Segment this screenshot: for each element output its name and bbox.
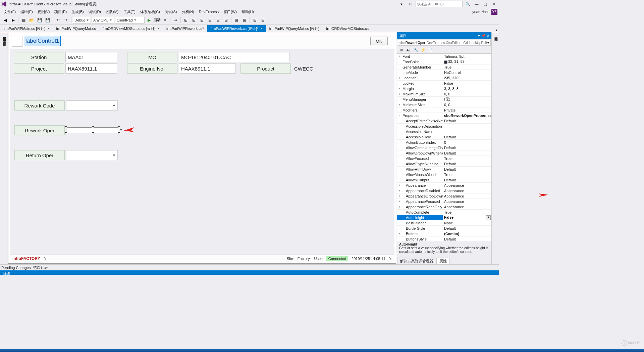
property-row[interactable]: AccessibleRoleDefault: [397, 134, 491, 140]
menu-analyze[interactable]: 分析(N): [179, 9, 197, 15]
property-value[interactable]: Appearance: [443, 205, 491, 209]
property-row[interactable]: BorderStyleDefault: [397, 226, 491, 231]
property-value[interactable]: True: [443, 65, 491, 69]
left-side-rail[interactable]: 服务器资源管理器 工具箱 数据源: [0, 32, 7, 264]
property-row[interactable]: +Buttons(Combo): [397, 231, 491, 236]
property-value[interactable]: 0: [443, 140, 491, 144]
close-icon[interactable]: ✕: [487, 34, 489, 38]
property-value[interactable]: Default: [443, 178, 491, 182]
menu-view[interactable]: 视图(V): [35, 9, 52, 15]
tab-item-active[interactable]: frmPadWIPRework.cs [设计]*×: [207, 25, 266, 32]
property-value[interactable]: Default: [443, 146, 491, 150]
align-center-icon[interactable]: ⊞: [190, 16, 198, 24]
property-value[interactable]: Default: [443, 151, 491, 155]
startup-combo[interactable]: ClientPad: [115, 17, 145, 24]
menu-window[interactable]: 窗口(W): [221, 9, 239, 15]
hspace-icon[interactable]: ⊞: [233, 16, 240, 24]
object-selector[interactable]: cboReworkOper DevExpress.XtraEditors.Gri…: [398, 40, 491, 46]
menu-file[interactable]: 文件(F): [1, 9, 18, 15]
property-row[interactable]: ForeColor32, 31, 53: [397, 59, 491, 64]
mo-field[interactable]: MO-1812040101.CAC: [179, 52, 289, 62]
property-value[interactable]: (Combo): [443, 232, 491, 236]
size-h-icon[interactable]: ⊞: [259, 16, 267, 24]
expand-icon[interactable]: +: [397, 92, 402, 96]
property-row[interactable]: GenerateMemberTrue: [397, 64, 491, 70]
property-value[interactable]: 235, 220: [443, 76, 491, 80]
property-row[interactable]: +FontTahoma, 9pt: [397, 54, 491, 59]
alpha-icon[interactable]: A↓: [405, 47, 412, 53]
property-value[interactable]: False▾: [443, 215, 491, 220]
property-row[interactable]: +Location235, 220: [397, 75, 491, 81]
property-value[interactable]: Appearance: [443, 189, 491, 193]
menu-edit[interactable]: 编辑(E): [18, 9, 35, 15]
property-row[interactable]: AllowGlyphSkinningDefault: [397, 161, 491, 167]
property-row[interactable]: ButtonsStyleDefault: [397, 236, 491, 241]
tab-item[interactable]: frmORDViewMOStatus.cs: [323, 25, 372, 32]
rework-code-combo[interactable]: [66, 100, 118, 111]
property-value[interactable]: True: [443, 210, 491, 214]
smart-tag-icon[interactable]: ▸: [120, 128, 122, 131]
user-name[interactable]: yuan zhou: [472, 10, 489, 14]
maximize-button[interactable]: ▢: [482, 1, 489, 7]
pages-icon[interactable]: 📄: [427, 47, 434, 53]
right-side-rail[interactable]: 诊断工具: [491, 32, 499, 264]
open-icon[interactable]: 📂: [28, 16, 35, 24]
property-row[interactable]: +Margin3, 3, 3, 3: [397, 86, 491, 91]
menu-debug[interactable]: 调试(D): [86, 9, 103, 15]
vspace-icon[interactable]: ⊞: [241, 16, 248, 24]
expand-icon[interactable]: ⤡: [44, 256, 47, 261]
quick-launch-input[interactable]: [416, 1, 463, 7]
property-row[interactable]: AllowFocusedTrue: [397, 156, 491, 161]
expand-icon[interactable]: +: [397, 87, 402, 90]
property-value[interactable]: None: [443, 221, 491, 225]
property-value[interactable]: Default: [443, 226, 491, 230]
undo-icon[interactable]: ↶: [54, 16, 62, 24]
ribbon-placeholder[interactable]: [12, 36, 22, 47]
expand-icon[interactable]: +: [397, 232, 402, 235]
chevron-down-icon[interactable]: ▾: [487, 41, 489, 45]
menu-build[interactable]: 生成(B): [69, 9, 86, 15]
align-mid-icon[interactable]: ⊞: [214, 16, 222, 24]
property-value[interactable]: 32, 31, 53: [443, 59, 491, 63]
events-icon[interactable]: ⚡: [420, 47, 427, 53]
close-icon[interactable]: ×: [158, 27, 160, 31]
menu-help[interactable]: 帮助(H): [239, 9, 256, 15]
property-row[interactable]: ModifiersPrivate: [397, 107, 491, 113]
property-value[interactable]: Default: [443, 237, 491, 241]
expand-icon[interactable]: ⤡: [389, 256, 392, 261]
property-value[interactable]: Default: [443, 162, 491, 166]
property-value[interactable]: False: [443, 81, 491, 85]
expand-icon[interactable]: +: [397, 184, 402, 187]
property-value[interactable]: (无): [443, 97, 491, 102]
property-row[interactable]: +AppearanceReadOnlyAppearance: [397, 204, 491, 210]
feedback-icon[interactable]: ☺: [407, 1, 414, 7]
user-avatar[interactable]: YZ: [491, 9, 497, 15]
station-field[interactable]: MAA01: [65, 52, 117, 62]
categorized-icon[interactable]: ⊞: [398, 47, 405, 53]
form-designer[interactable]: labelControl1 OK Station MAA01 MO MO-181…: [8, 33, 396, 264]
property-value[interactable]: cboReworkOper.Properties: [443, 114, 491, 118]
property-row[interactable]: AllowNullInputDefault: [397, 177, 491, 183]
expand-icon[interactable]: +: [397, 194, 402, 198]
props-icon[interactable]: 🔧: [413, 47, 419, 53]
close-icon[interactable]: ×: [261, 27, 263, 31]
nav-fwd-icon[interactable]: ▶: [9, 16, 17, 24]
property-value[interactable]: Private: [443, 108, 491, 112]
property-value[interactable]: Default: [443, 167, 491, 171]
menu-arch[interactable]: 体系结构(C): [138, 9, 162, 15]
property-value[interactable]: Tahoma, 9pt: [443, 54, 491, 58]
property-row[interactable]: +AppearanceDisabledAppearance: [397, 188, 491, 193]
pin-icon[interactable]: 📌: [481, 34, 485, 38]
property-value[interactable]: Appearance: [443, 200, 491, 204]
save-all-icon[interactable]: 💾: [44, 16, 51, 24]
tab-item[interactable]: frmPadWIPRework.cs*: [163, 25, 207, 32]
property-row[interactable]: AutoCompleteTrue: [397, 210, 491, 215]
engine-field[interactable]: HAAX8911.1: [179, 63, 236, 74]
expand-icon[interactable]: +: [397, 205, 402, 209]
return-oper-combo[interactable]: [66, 150, 118, 160]
property-row[interactable]: ActionButtonIndex0: [397, 140, 491, 145]
solution-explorer-tab[interactable]: 解决方案资源管理器: [397, 258, 436, 264]
new-project-icon[interactable]: ▦: [20, 16, 27, 24]
property-row[interactable]: AutoHeightFalse▾: [397, 215, 491, 220]
property-row[interactable]: AccessibleName: [397, 129, 491, 134]
